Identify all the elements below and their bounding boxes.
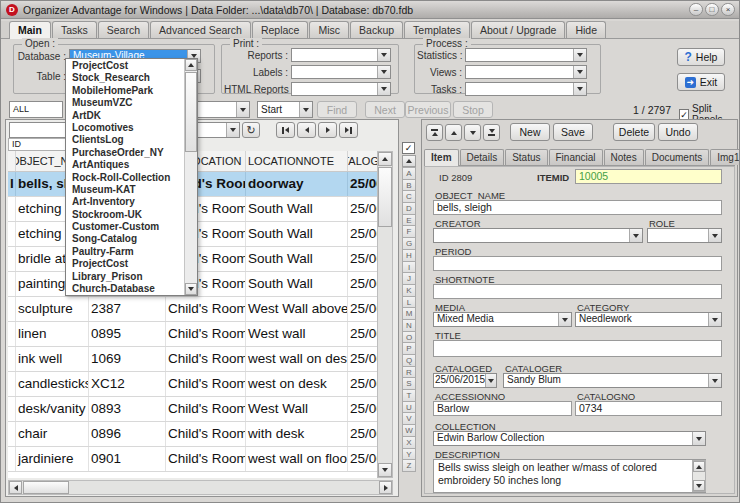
dropdown-item-stockroom-uk[interactable]: Stockroom-UK xyxy=(66,209,184,221)
cataloged-date-picker[interactable]: 25/06/2015 xyxy=(433,373,497,388)
process-select-views[interactable] xyxy=(465,65,587,79)
scroll-down-button[interactable] xyxy=(185,283,197,295)
dropdown-item-art-inventory[interactable]: Art-Inventory xyxy=(66,196,184,208)
table-row[interactable]: jardiniere0901Child's Roomwest wall on f… xyxy=(8,447,377,472)
process-select-statistics[interactable] xyxy=(465,48,587,62)
alphabet-scroll-up-button[interactable] xyxy=(402,155,416,167)
vertical-scroll-thumb[interactable] xyxy=(378,167,392,227)
tab-misc[interactable]: Misc xyxy=(309,21,349,38)
dropdown-item-artantiques[interactable]: ArtAntiques xyxy=(66,159,184,171)
tab-tasks[interactable]: Tasks xyxy=(52,21,97,38)
catalogno-field[interactable]: 0734 xyxy=(575,401,722,416)
save-button[interactable]: Save xyxy=(553,123,593,141)
dropdown-item-museumvzc[interactable]: MuseumVZC xyxy=(66,97,184,109)
exit-button[interactable]: ➜ Exit xyxy=(677,73,725,91)
last-record-button[interactable] xyxy=(339,122,358,138)
dropdown-scrollbar[interactable] xyxy=(184,59,197,295)
dropdown-item-stock-research[interactable]: Stock_Research xyxy=(66,72,184,84)
refresh-button[interactable]: ↻ xyxy=(242,122,260,138)
tab-main[interactable]: Main xyxy=(9,21,51,39)
dropdown-item-projectcost[interactable]: ProjectCost xyxy=(66,60,184,72)
description-scrollbar[interactable] xyxy=(692,460,706,492)
alphabet-letter-z[interactable]: Z xyxy=(402,459,416,472)
media-select[interactable]: Mixed Media xyxy=(433,312,572,327)
next-button[interactable]: Next xyxy=(365,101,405,118)
help-button[interactable]: ? Help xyxy=(677,48,725,66)
table-horizontal-scrollbar[interactable] xyxy=(8,480,393,495)
cataloger-select[interactable]: Sandy Blum xyxy=(503,373,722,388)
delete-button[interactable]: Delete xyxy=(613,123,655,141)
tab-backup[interactable]: Backup xyxy=(350,21,403,38)
dropdown-item-projectcost[interactable]: ProjectCost xyxy=(66,258,184,270)
dropdown-item-museum-kat[interactable]: Museum-KAT xyxy=(66,184,184,196)
tab-hide[interactable]: Hide xyxy=(566,21,606,38)
table-row[interactable]: linen0895Child's RoomWest wall25/06/2015 xyxy=(8,322,377,347)
next-record-button[interactable] xyxy=(464,124,481,141)
previous-record-button[interactable] xyxy=(445,124,462,141)
next-record-button[interactable] xyxy=(318,122,337,138)
column-header-marker[interactable] xyxy=(8,151,16,171)
scroll-up-button[interactable] xyxy=(185,59,197,71)
match-mode-select[interactable]: Start xyxy=(257,101,313,118)
table-vertical-scrollbar[interactable] xyxy=(377,151,393,478)
column-header-cataloged[interactable]: CATALOGED xyxy=(348,151,377,171)
stop-button[interactable]: Stop xyxy=(453,101,493,118)
dropdown-item-paultry-farm[interactable]: Paultry-Farm xyxy=(66,246,184,258)
dropdown-item-rock-roll-collection[interactable]: Rock-Roll-Collection xyxy=(66,172,184,184)
print-select-reports[interactable] xyxy=(291,48,391,62)
last-record-button[interactable] xyxy=(483,124,500,141)
close-button[interactable]: × xyxy=(721,3,735,16)
scroll-right-button[interactable] xyxy=(379,481,392,494)
tab-templates[interactable]: Templates xyxy=(404,21,470,38)
period-field[interactable] xyxy=(433,256,722,271)
tab-search[interactable]: Search xyxy=(98,21,149,38)
alphabet-filter-checkbox[interactable]: ✓ xyxy=(402,142,415,154)
minimize-button[interactable]: – xyxy=(689,3,703,16)
dropdown-item-customer-custom[interactable]: Customer-Custom xyxy=(66,221,184,233)
detail-tab-status[interactable]: Status xyxy=(505,149,547,165)
object-name-field[interactable]: bells, sleigh xyxy=(433,200,722,215)
first-record-button[interactable] xyxy=(426,124,443,141)
new-button[interactable]: New xyxy=(510,123,550,141)
dropdown-scroll-thumb[interactable] xyxy=(185,72,197,152)
detail-tab-details[interactable]: Details xyxy=(460,149,505,165)
table-row[interactable]: candlesticksXC12Child's Roomwest on desk… xyxy=(8,372,377,397)
scroll-down-button[interactable] xyxy=(378,463,392,477)
table-row[interactable]: ink well1069Child's Roomwest wall on des… xyxy=(8,347,377,372)
scroll-left-button[interactable] xyxy=(9,481,22,494)
detail-tab-notes[interactable]: Notes xyxy=(604,149,644,165)
split-panels-checkbox[interactable]: ✓ xyxy=(679,109,689,120)
undo-button[interactable]: Undo xyxy=(658,123,698,141)
detail-tab-documents[interactable]: Documents xyxy=(645,149,710,165)
table-row[interactable]: desk/vanity0893Child's RoomWest Wall25/0… xyxy=(8,397,377,422)
description-field[interactable]: Bells swiss sleigh on leather w/mass of … xyxy=(433,459,706,493)
itemid-field[interactable]: 10005 xyxy=(575,169,722,184)
role-select[interactable] xyxy=(647,228,722,243)
detail-tab-img1[interactable]: Img1 xyxy=(710,149,740,165)
field-selector[interactable]: ALL FIELDS xyxy=(9,101,63,118)
dropdown-item-locomotives[interactable]: Locomotives xyxy=(66,122,184,134)
column-header-locationnote[interactable]: LOCATIONNOTE xyxy=(246,151,348,171)
print-select-html-reports[interactable] xyxy=(291,82,391,96)
table-row[interactable]: chair0896Child's Roomwith desk25/06/2015 xyxy=(8,422,377,447)
dropdown-item-church-database[interactable]: Church-Database xyxy=(66,283,184,294)
first-record-button[interactable] xyxy=(276,122,295,138)
print-select-labels[interactable] xyxy=(291,65,391,79)
dropdown-item-purchaseorder-ny[interactable]: PurchaseOrder_NY xyxy=(66,147,184,159)
tab-replace[interactable]: Replace xyxy=(252,21,309,38)
title-field[interactable] xyxy=(433,340,722,357)
previous-record-button[interactable] xyxy=(297,122,316,138)
scroll-up-button[interactable] xyxy=(693,461,705,472)
find-button[interactable]: Find xyxy=(317,101,357,118)
tab-about-upgrade[interactable]: About / Upgrade xyxy=(471,21,565,38)
detail-tab-item[interactable]: Item xyxy=(424,149,459,166)
tab-advanced-search[interactable]: Advanced Search xyxy=(150,21,251,38)
scroll-up-button[interactable] xyxy=(378,152,392,166)
creator-select[interactable] xyxy=(433,228,643,243)
collection-select[interactable]: Edwin Barlow Collection xyxy=(433,431,706,446)
accessionno-field[interactable]: Barlow xyxy=(433,401,572,416)
process-select-tasks[interactable] xyxy=(465,82,587,96)
dropdown-item-mobilehomepark[interactable]: MobileHomePark xyxy=(66,85,184,97)
detail-tab-financial[interactable]: Financial xyxy=(549,149,603,165)
category-select[interactable]: Needlework xyxy=(575,312,722,327)
